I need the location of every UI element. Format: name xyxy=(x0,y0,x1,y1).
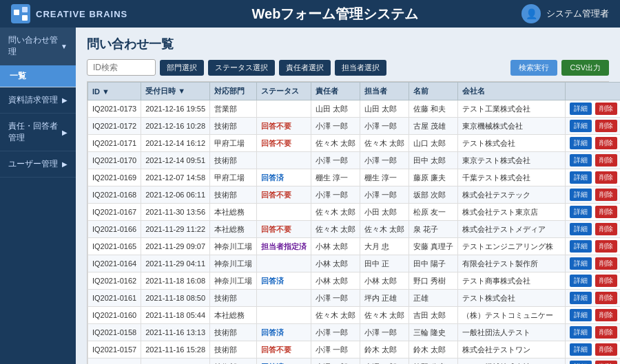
svg-rect-1 xyxy=(14,10,19,15)
delete-button[interactable]: 削除 xyxy=(595,189,617,201)
sidebar-item-materials[interactable]: 資料請求管理 ▶ xyxy=(0,87,76,114)
cell-status xyxy=(257,255,311,272)
cell-responsible: 佐々木 太郎 xyxy=(311,221,360,238)
cell-company: 株式会社テストワン xyxy=(458,341,566,358)
status-filter-button[interactable]: ステータス選択 xyxy=(208,60,275,76)
table-row: IQ2021-0161 2021-11-18 08:50 技術部 小澤 一郎 坪… xyxy=(88,290,621,307)
cell-assignee: 小澤 一郎 xyxy=(360,152,409,169)
detail-button[interactable]: 詳細 xyxy=(570,189,592,201)
detail-button[interactable]: 詳細 xyxy=(570,257,592,270)
detail-button[interactable]: 詳細 xyxy=(570,120,592,132)
detail-button[interactable]: 詳細 xyxy=(570,137,592,149)
cell-assignee: 田中 正 xyxy=(360,255,409,272)
cell-actions: 詳細 削除 xyxy=(566,221,620,238)
delete-button[interactable]: 削除 xyxy=(595,137,617,149)
csv-export-button[interactable]: CSV出力 xyxy=(561,60,609,76)
cell-assignee: 小林 太郎 xyxy=(360,272,409,290)
table-row: IQ2021-0160 2021-11-18 05:44 本社総務 佐々木 太郎… xyxy=(88,307,621,324)
delete-button[interactable]: 削除 xyxy=(595,326,617,339)
cell-actions: 詳細 削除 xyxy=(566,169,620,186)
search-input[interactable] xyxy=(87,59,156,76)
cell-actions: 詳細 削除 xyxy=(566,290,620,307)
table-header-row: ID ▼ 受付日時 ▼ 対応部門 ステータス 責任者 担当者 名前 会社名 xyxy=(88,83,621,100)
sidebar-item-users[interactable]: ユーザー管理 ▶ xyxy=(0,151,76,178)
sidebar-item-responsible-label: 責任・回答者管理 xyxy=(8,120,62,144)
cell-name: 正雄 xyxy=(409,290,458,307)
delete-button[interactable]: 削除 xyxy=(595,309,617,321)
cell-assignee: 坪内 正雄 xyxy=(360,290,409,307)
cell-assignee: 小澤 一郎 xyxy=(360,186,409,204)
cell-company: テスト商事株式会社 xyxy=(458,272,566,290)
dept-filter-button[interactable]: 部門選択 xyxy=(160,60,204,76)
sidebar-item-inquiry-label: 問い合わせ管理 xyxy=(8,34,61,58)
cell-actions: 詳細 削除 xyxy=(566,135,620,152)
delete-button[interactable]: 削除 xyxy=(595,343,617,356)
chevron-right-icon: ▶ xyxy=(62,96,68,104)
detail-button[interactable]: 詳細 xyxy=(570,240,592,253)
assignee-filter-button[interactable]: 担当者選択 xyxy=(335,60,386,76)
cell-responsible: 佐々木 太郎 xyxy=(311,204,360,221)
cell-actions: 詳細 削除 xyxy=(566,341,620,358)
detail-button[interactable]: 詳細 xyxy=(570,326,592,339)
search-button[interactable]: 検索実行 xyxy=(510,60,557,76)
cell-responsible: 小澤 一郎 xyxy=(311,152,360,169)
cell-actions: 詳細 削除 xyxy=(566,358,620,365)
detail-button[interactable]: 詳細 xyxy=(570,223,592,235)
cell-status: 回答不要 xyxy=(257,221,311,238)
cell-assignee: 佐々木 太郎 xyxy=(360,221,409,238)
sidebar-item-inquiry[interactable]: 問い合わせ管理 ▼ xyxy=(0,28,76,65)
cell-dept: 神奈川工場 xyxy=(210,255,257,272)
cell-id: IQ2021-0173 xyxy=(88,100,141,118)
delete-button[interactable]: 削除 xyxy=(595,257,617,270)
cell-company: テスト工業株式会社 xyxy=(458,100,566,118)
detail-button[interactable]: 詳細 xyxy=(570,343,592,356)
cell-assignee: 小澤 一郎 xyxy=(360,324,409,341)
svg-rect-3 xyxy=(22,15,28,21)
cell-date: 2021-11-16 13:13 xyxy=(141,324,210,341)
delete-button[interactable]: 削除 xyxy=(595,154,617,167)
delete-button[interactable]: 削除 xyxy=(595,223,617,235)
detail-button[interactable]: 詳細 xyxy=(570,275,592,287)
table-row: IQ2021-0167 2021-11-30 13:56 本社総務 佐々木 太郎… xyxy=(88,204,621,221)
detail-button[interactable]: 詳細 xyxy=(570,103,592,115)
delete-button[interactable]: 削除 xyxy=(595,275,617,287)
delete-button[interactable]: 削除 xyxy=(595,120,617,132)
chevron-right-icon3: ▶ xyxy=(62,160,68,168)
cell-company: 東京機械株式会社 xyxy=(458,118,566,135)
cell-company: 株式会社テスト東京店 xyxy=(458,204,566,221)
cell-date: 2021-12-07 14:58 xyxy=(141,169,210,186)
cell-date: 2021-11-15 11:21 xyxy=(141,358,210,365)
cell-date: 2021-12-14 16:12 xyxy=(141,135,210,152)
cell-dept: 技術部 xyxy=(210,358,257,365)
delete-button[interactable]: 削除 xyxy=(595,206,617,218)
delete-button[interactable]: 削除 xyxy=(595,103,617,115)
detail-button[interactable]: 詳細 xyxy=(570,292,592,304)
col-name: 名前 xyxy=(409,83,458,100)
detail-button[interactable]: 詳細 xyxy=(570,206,592,218)
responsible-filter-button[interactable]: 責任者選択 xyxy=(279,60,331,76)
main-content: 問い合わせ一覧 部門選択 ステータス選択 責任者選択 担当者選択 検索実行 CS… xyxy=(76,28,620,364)
col-date[interactable]: 受付日時 ▼ xyxy=(141,83,210,100)
cell-date: 2021-12-14 09:51 xyxy=(141,152,210,169)
sidebar-item-users-label: ユーザー管理 xyxy=(8,158,58,170)
detail-button[interactable]: 詳細 xyxy=(570,154,592,167)
detail-button[interactable]: 詳細 xyxy=(570,309,592,321)
cell-name: 笹野 公彦 xyxy=(409,358,458,365)
col-id[interactable]: ID ▼ xyxy=(88,83,141,100)
cell-assignee: 鈴木 太郎 xyxy=(360,341,409,358)
detail-button[interactable]: 詳細 xyxy=(570,171,592,184)
cell-actions: 詳細 削除 xyxy=(566,118,620,135)
cell-name: 田中 陽子 xyxy=(409,255,458,272)
sidebar-subitem-list[interactable]: 一覧 xyxy=(0,65,76,87)
sidebar-item-responsible[interactable]: 責任・回答者管理 ▶ xyxy=(0,114,76,151)
detail-button[interactable]: 詳細 xyxy=(570,361,592,364)
logo-area: CREATIVE BRAINS xyxy=(11,4,149,23)
delete-button[interactable]: 削除 xyxy=(595,361,617,364)
user-name: システム管理者 xyxy=(546,8,609,20)
delete-button[interactable]: 削除 xyxy=(595,240,617,253)
cell-name: 野口 秀樹 xyxy=(409,272,458,290)
delete-button[interactable]: 削除 xyxy=(595,171,617,184)
table-row: IQ2021-0168 2021-12-06 06:11 技術部 回答不要 小澤… xyxy=(88,186,621,204)
delete-button[interactable]: 削除 xyxy=(595,292,617,304)
cell-date: 2021-11-18 08:50 xyxy=(141,290,210,307)
